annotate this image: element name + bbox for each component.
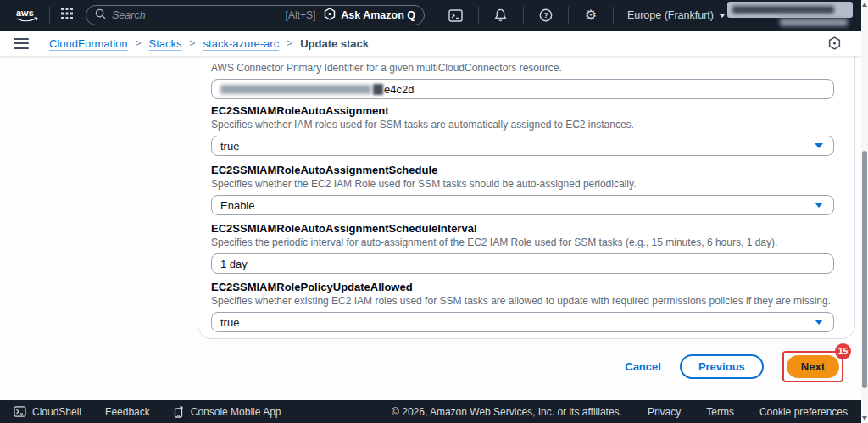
- parameters-form-card: AWS Connector Primary Identifier for a g…: [198, 56, 855, 339]
- field-description: Specifies whether existing EC2 IAM roles…: [211, 295, 834, 307]
- select-value: true: [220, 316, 239, 329]
- aws-logo[interactable]: aws: [12, 6, 44, 25]
- ec2-ssm-iam-role-policy-update-allowed-select[interactable]: true: [211, 312, 834, 332]
- cloudshell-footer-button[interactable]: CloudShell: [14, 406, 81, 418]
- select-value: Enable: [220, 199, 254, 212]
- field-description: Specifies the periodic interval for auto…: [211, 237, 834, 248]
- previous-button[interactable]: Previous: [680, 354, 764, 379]
- breadcrumb-bar: CloudFormation > Stacks > stack-azure-ar…: [0, 31, 861, 56]
- settings-gear-button[interactable]: ⚙: [574, 0, 608, 31]
- console-footer: CloudShell Feedback Console Mobile App ©…: [0, 400, 861, 423]
- wizard-actions: Cancel Previous Next 15: [625, 349, 843, 383]
- divider: [568, 7, 569, 24]
- annotation-badge: 15: [835, 343, 851, 359]
- select-caret-icon: [815, 320, 823, 325]
- vertical-scrollbar[interactable]: [861, 0, 868, 423]
- region-selector[interactable]: Europe (Frankfurt): [627, 9, 726, 21]
- input-value: 1 day: [220, 258, 248, 270]
- field-description: Specifies whether the EC2 IAM Role used …: [211, 178, 834, 190]
- cloudshell-icon: [14, 406, 26, 417]
- divider: [613, 7, 614, 24]
- search-icon: [95, 8, 106, 23]
- services-grid-icon[interactable]: [60, 7, 74, 24]
- account-name-redacted: [780, 19, 848, 28]
- main-content: AWS Connector Primary Identifier for a g…: [0, 56, 861, 400]
- select-value: true: [220, 140, 239, 153]
- scroll-down-icon[interactable]: [862, 416, 867, 420]
- feedback-button[interactable]: Feedback: [105, 406, 150, 418]
- divider: [49, 7, 50, 24]
- input-value: e4c2d: [384, 83, 414, 96]
- cloudshell-button[interactable]: [439, 0, 473, 31]
- field-ec2-ssm-iam-role-auto-assignment-schedule-interval: EC2SSMIAMRoleAutoAssignmentScheduleInter…: [211, 222, 834, 274]
- breadcrumb-current-page: Update stack: [300, 37, 369, 50]
- field-ec2-ssm-iam-role-auto-assignment: EC2SSMIAMRoleAutoAssignment Specifies wh…: [211, 104, 834, 156]
- divider: [478, 7, 479, 24]
- breadcrumb-separator: >: [287, 37, 292, 49]
- scroll-up-icon[interactable]: [862, 3, 867, 7]
- field-connector-primary-identifier: AWS Connector Primary Identifier for a g…: [211, 61, 834, 99]
- notifications-bell-button[interactable]: [484, 0, 518, 31]
- top-navigation-bar: aws Search [Alt+S]: [0, 0, 861, 31]
- annotation-highlight-box: Next 15: [782, 351, 843, 382]
- breadcrumb-separator: >: [190, 37, 196, 49]
- redacted-text: [780, 19, 848, 26]
- help-button[interactable]: ?: [529, 0, 563, 31]
- redacted-value-blur: [220, 85, 371, 94]
- menu-hamburger-button[interactable]: [14, 38, 29, 49]
- console-mobile-app-button[interactable]: Console Mobile App: [174, 406, 281, 418]
- breadcrumb-link-stacks[interactable]: Stacks: [149, 37, 182, 50]
- amazon-q-icon: [324, 8, 336, 23]
- field-label: EC2SSMIAMRolePolicyUpdateAllowed: [211, 281, 834, 294]
- breadcrumb-link-cloudformation[interactable]: CloudFormation: [49, 37, 128, 50]
- field-description: Specifies whether IAM roles used for SSM…: [211, 119, 834, 131]
- search-placeholder: Search: [112, 9, 286, 21]
- amazon-q-panel-button[interactable]: [828, 36, 841, 53]
- field-description: AWS Connector Primary Identifier for a g…: [211, 62, 834, 74]
- cookie-preferences-link[interactable]: Cookie preferences: [760, 406, 848, 418]
- ec2-ssm-iam-role-auto-assignment-select[interactable]: true: [211, 136, 834, 156]
- divider: [523, 7, 524, 24]
- cancel-button[interactable]: Cancel: [625, 360, 661, 373]
- privacy-link[interactable]: Privacy: [648, 406, 681, 418]
- svg-text:?: ?: [543, 11, 548, 19]
- breadcrumb-separator: >: [136, 37, 142, 49]
- connector-primary-identifier-input[interactable]: e4c2d: [211, 79, 834, 99]
- select-caret-icon: [815, 143, 823, 148]
- ec2-ssm-iam-role-auto-assignment-schedule-select[interactable]: Enable: [211, 195, 834, 215]
- redacted-value-blur: [373, 84, 383, 95]
- account-menu-redacted[interactable]: [727, 2, 853, 18]
- ask-amazon-q-button[interactable]: Ask Amazon Q: [324, 8, 415, 23]
- field-label: EC2SSMIAMRoleAutoAssignment: [211, 104, 834, 118]
- nav-utilities: ? ⚙ Europe (Frankfurt): [439, 0, 726, 31]
- terms-link[interactable]: Terms: [706, 406, 734, 418]
- footer-left: CloudShell Feedback Console Mobile App: [14, 406, 304, 418]
- field-ec2-ssm-iam-role-auto-assignment-schedule: EC2SSMIAMRoleAutoAssignmentSchedule Spec…: [211, 164, 834, 215]
- aws-console-window: aws Search [Alt+S]: [0, 0, 868, 423]
- copyright-text: © 2026, Amazon Web Services, Inc. or its…: [392, 406, 622, 418]
- next-button[interactable]: Next: [787, 355, 839, 378]
- chevron-down-icon: [719, 14, 726, 18]
- breadcrumb-link-stack-azure-arc[interactable]: stack-azure-arc: [203, 37, 280, 50]
- search-shortcut: [Alt+S]: [286, 9, 316, 21]
- field-label: EC2SSMIAMRoleAutoAssignmentSchedule: [211, 164, 834, 177]
- global-search-input[interactable]: Search [Alt+S] Ask Amazon Q: [86, 5, 425, 25]
- mobile-app-icon: [174, 406, 185, 418]
- select-caret-icon: [815, 203, 823, 208]
- svg-text:aws: aws: [16, 8, 34, 18]
- gear-icon: ⚙: [585, 8, 597, 22]
- redacted-text: [732, 6, 834, 14]
- breadcrumb: CloudFormation > Stacks > stack-azure-ar…: [49, 37, 369, 50]
- field-ec2-ssm-iam-role-policy-update-allowed: EC2SSMIAMRolePolicyUpdateAllowed Specifi…: [211, 281, 834, 332]
- ec2-ssm-iam-role-auto-assignment-schedule-interval-input[interactable]: 1 day: [211, 253, 834, 274]
- footer-right: © 2026, Amazon Web Services, Inc. or its…: [392, 406, 848, 418]
- scrollbar-thumb[interactable]: [862, 151, 867, 388]
- field-label: EC2SSMIAMRoleAutoAssignmentScheduleInter…: [211, 222, 834, 236]
